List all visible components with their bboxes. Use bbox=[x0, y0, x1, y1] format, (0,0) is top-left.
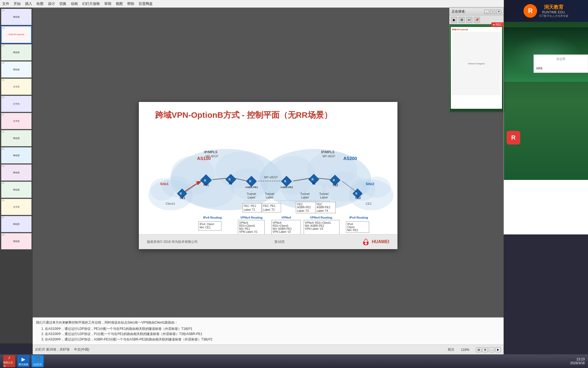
popup-tool-3[interactable]: ↩ bbox=[466, 17, 472, 23]
svg-text:ASBR-PE2: ASBR-PE2 bbox=[297, 206, 311, 209]
runtime-r-icon[interactable]: R bbox=[507, 131, 520, 144]
pe1-label: PE1 bbox=[204, 183, 209, 186]
svg-text:VPN Label: V3: VPN Label: V3 bbox=[305, 227, 323, 230]
slide-thumb-20[interactable]: 文字页 20 bbox=[1, 96, 32, 112]
ce2-label: CE2 bbox=[355, 197, 361, 200]
popup-minimize-btn[interactable]: _ bbox=[484, 10, 489, 14]
slide-thumb-28[interactable]: 网络图 28 bbox=[1, 233, 32, 249]
svg-point-11 bbox=[363, 177, 391, 198]
slide-thumb-22[interactable]: 网络图 22 bbox=[1, 130, 32, 146]
slide-thumb-27[interactable]: 网络图 27 bbox=[1, 216, 32, 232]
popup-tool-1[interactable]: ▶ bbox=[451, 17, 457, 23]
site2-label: Site2 bbox=[366, 182, 374, 186]
slide-thumb-16[interactable]: 跨域VPN-OptionB 16 bbox=[1, 26, 32, 43]
site1-label: Site1 bbox=[160, 182, 169, 186]
ppt-status-bar: 幻灯片 第16张，共87张 中文(中国) 批注 116% ▤ ⊞ 📖 ▶ bbox=[33, 345, 504, 354]
menu-item-animation[interactable]: 动画 bbox=[71, 1, 78, 6]
huawei-logo-icon bbox=[362, 237, 370, 246]
right-panel: R 润天教育 RUNTIME EDU. ICT数字化人才培养专家 分公司 AR8… bbox=[504, 0, 588, 234]
zoom-level: 116% bbox=[461, 348, 469, 352]
svg-text:NH: PE2: NH: PE2 bbox=[347, 229, 358, 232]
mp-ibgp-left: MP-iBGP bbox=[206, 155, 218, 158]
menu-item-draw[interactable]: 绘图 bbox=[36, 1, 44, 6]
vpnv4-routing-right-header: VPNv4 Routing bbox=[310, 216, 332, 219]
popup-tool-4[interactable]: 📌 bbox=[474, 17, 480, 23]
slide-frame: 跨域VPN-OptionB方式 - 控制平面（无RR场景） bbox=[139, 102, 397, 249]
menu-item-help[interactable]: 帮助 bbox=[127, 1, 134, 6]
menu-item-transition[interactable]: 切换 bbox=[59, 1, 66, 6]
asbr-pe2-label: ASBR-PE2 bbox=[280, 186, 293, 189]
svg-text:RD1+Client1: RD1+Client1 bbox=[239, 224, 255, 227]
ar8-label: AR8 bbox=[536, 67, 586, 70]
svg-text:ASBR-PE2: ASBR-PE2 bbox=[317, 206, 330, 209]
vpnv4-rd1-nh-asbr-text: VPNv4: bbox=[272, 221, 282, 224]
reading-view-btn[interactable]: 📖 bbox=[489, 347, 494, 352]
slide-thumb-24[interactable]: 网络图 24 bbox=[1, 164, 32, 181]
qq-music-icon[interactable]: 🎵 QQ音乐 bbox=[32, 355, 44, 367]
vpnv4-rd1-nh-asbr2-text: VPNv4: RD1+Client1 bbox=[305, 221, 331, 224]
slide-thumb-25[interactable]: 网络图 25 bbox=[1, 182, 32, 198]
menu-item-baidu[interactable]: 百度网盘 bbox=[139, 1, 153, 6]
menu-item-file[interactable]: 文件 bbox=[2, 1, 9, 6]
svg-text:R: R bbox=[284, 180, 286, 183]
menu-item-insert[interactable]: 插入 bbox=[25, 1, 32, 6]
huawei-text: HUAWEI bbox=[372, 239, 389, 244]
main-slide-area: 跨域VPN-OptionB方式 - 控制平面（无RR场景） bbox=[33, 8, 504, 343]
clock-time: 23:23 bbox=[570, 357, 585, 361]
menu-item-design[interactable]: 设计 bbox=[48, 1, 55, 6]
slide-thumb-18[interactable]: 网络图 18 bbox=[1, 61, 32, 78]
runtime-logo-icon: R bbox=[523, 4, 537, 18]
mp-ebgp-label: MP-eBGP bbox=[264, 176, 278, 179]
menu-item-view[interactable]: 视图 bbox=[116, 1, 123, 6]
menu-item-review[interactable]: 审阅 bbox=[104, 1, 111, 6]
menu-item-home[interactable]: 开始 bbox=[14, 1, 21, 6]
svg-text:R: R bbox=[204, 179, 206, 182]
p1-label: P1 bbox=[229, 182, 232, 185]
svg-text:RD1+Client1: RD1+Client1 bbox=[272, 224, 289, 227]
vpnv4-routing-center-header: VPNv4 bbox=[281, 216, 291, 219]
normal-view-btn[interactable]: ▤ bbox=[476, 347, 481, 352]
slide-sorter-btn[interactable]: ⊞ bbox=[482, 347, 488, 352]
slide-thumb-17[interactable]: 网络图 17 bbox=[1, 44, 32, 61]
svg-text:VPN Label: V1: VPN Label: V1 bbox=[239, 230, 258, 233]
huawei-logo: HUAWEI bbox=[362, 237, 389, 246]
slide-thumb-26[interactable]: 文字页 26 bbox=[1, 199, 32, 215]
tencent-video-icon[interactable]: ▶ 腾讯视频 bbox=[17, 355, 29, 367]
svg-text:Label: T2: Label: T2 bbox=[263, 208, 275, 211]
ce1-label: CE1 bbox=[180, 197, 185, 200]
page-number: 第16页 bbox=[274, 240, 284, 244]
svg-text:NH: CE1: NH: CE1 bbox=[200, 226, 211, 229]
popup-maximize-btn[interactable]: □ bbox=[490, 10, 495, 14]
svg-text:VPN Label: V2: VPN Label: V2 bbox=[272, 230, 291, 233]
netease-music-icon[interactable]: ♪ 网易云音乐 bbox=[3, 355, 15, 367]
slideshow-btn[interactable]: ▶ bbox=[495, 347, 501, 352]
view-buttons: ▤ ⊞ 📖 ▶ bbox=[476, 347, 501, 352]
notes-sub-3: 3. 在AS200中，通过运行LDP协议，ASBR-PE2分配一个与在ASBR-… bbox=[41, 337, 500, 342]
comments-btn[interactable]: 批注 bbox=[448, 347, 454, 352]
svg-text:Client: Client bbox=[347, 226, 354, 229]
slide-panel: 网络图 15 跨域VPN-OptionB 16 网络图 17 网络图 18 文字… bbox=[0, 8, 33, 343]
notes-sub-2: 2. 在AS100中，通过运行LDP协议，P1分配一个与在PE1的路由相关联的隧… bbox=[41, 331, 500, 337]
ip-mpls-right: IP/MPLS bbox=[321, 150, 334, 154]
svg-text:Label: T3: Label: T3 bbox=[297, 209, 309, 212]
clock-date: 2026/3/16 bbox=[570, 361, 585, 365]
ipv4-routing-right-header: IPv4 Routing bbox=[349, 216, 368, 219]
svg-text:R: R bbox=[180, 192, 182, 195]
pe2-label: PE2 bbox=[333, 184, 338, 187]
popup-title-text: 正在讲述: bbox=[452, 9, 465, 14]
slide-thumb-21[interactable]: 文字页 21 bbox=[1, 113, 32, 129]
popup-close-btn[interactable]: ✕ bbox=[496, 10, 501, 14]
slide-thumb-15[interactable]: 网络图 15 bbox=[1, 9, 32, 25]
slide-footer: 版权所有© 2018 华为技术有限公司 第16页 HUAWEI bbox=[139, 234, 397, 249]
network-diagram: AS100 AS200 IP/MPLS MP-iBGP IP/MPLS MP-i… bbox=[142, 120, 395, 240]
slide-thumb-19[interactable]: 文字页 19 bbox=[1, 79, 32, 95]
popup-tool-2[interactable]: ⚙ bbox=[459, 17, 465, 23]
fec-asbr-t3-text: FEC: bbox=[297, 203, 303, 206]
ip-mpls-left: IP/MPLS bbox=[204, 150, 218, 154]
ipv4-routing-left-header: IPv4 Routing bbox=[203, 216, 222, 219]
svg-text:NH: ASBR-PE1: NH: ASBR-PE1 bbox=[272, 227, 292, 230]
notes-panel: 我们只通过单方向来解释控制平面的工作过程，同时假设在站点Site1有一VPN路由… bbox=[33, 317, 504, 345]
popup-controls: _ □ ✕ bbox=[484, 10, 501, 14]
menu-item-slideshow[interactable]: 幻灯片放映 bbox=[82, 1, 100, 6]
slide-thumb-23[interactable]: 网络图 23 bbox=[1, 147, 32, 164]
